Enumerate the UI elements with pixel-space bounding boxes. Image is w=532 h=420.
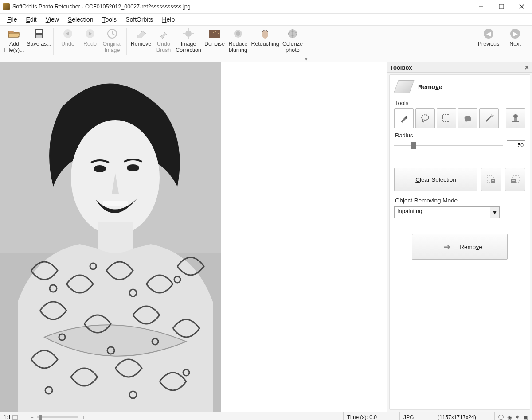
status-format: JPG xyxy=(400,412,434,420)
zoom-controls: − + xyxy=(25,412,90,420)
svg-point-51 xyxy=(422,115,429,120)
radius-value-input[interactable] xyxy=(507,140,525,150)
svg-rect-39 xyxy=(103,201,128,206)
svg-rect-36 xyxy=(98,222,133,253)
folder-open-icon xyxy=(8,27,20,40)
youtube-icon[interactable]: ▣ xyxy=(523,414,528,420)
toolbar: Add File(s)... Save as... Undo Redo Orig… xyxy=(0,26,532,62)
mode-label: Object Removing Mode xyxy=(395,197,525,204)
previous-button[interactable]: ◀ Previous xyxy=(477,27,500,48)
svg-rect-7 xyxy=(36,30,42,33)
canvas-area[interactable] xyxy=(0,62,387,412)
marquee-icon xyxy=(442,114,451,123)
save-as-button[interactable]: Save as... xyxy=(27,27,51,48)
toolbar-overflow[interactable]: ▾ xyxy=(305,56,311,62)
load-selection-button[interactable] xyxy=(505,168,525,191)
menu-softorbits[interactable]: SoftOrbits xyxy=(122,15,156,24)
svg-rect-1 xyxy=(499,4,504,9)
original-image-button[interactable]: Original Image xyxy=(100,27,125,54)
face-icon xyxy=(259,27,271,40)
status-dimensions: (1157x1717x24) xyxy=(434,412,495,420)
svg-line-56 xyxy=(492,116,493,117)
menu-view[interactable]: View xyxy=(42,15,63,24)
run-remove-button[interactable]: ➔ Remove xyxy=(412,234,508,260)
load-selection-icon xyxy=(510,175,520,184)
minimize-button[interactable] xyxy=(471,0,491,13)
arrow-right-icon: ➔ xyxy=(443,241,451,252)
svg-line-13 xyxy=(112,34,114,35)
svg-rect-26 xyxy=(215,35,215,36)
twitter-icon[interactable]: ✶ xyxy=(515,414,520,420)
undo-button[interactable]: Undo xyxy=(55,27,80,48)
toolbox-section-header: Remove xyxy=(394,78,525,98)
arrow-left-icon: ◀ xyxy=(484,29,493,39)
colorize-button[interactable]: Colorize photo xyxy=(280,27,305,54)
add-files-button[interactable]: Add File(s)... xyxy=(2,27,27,54)
history-icon xyxy=(106,27,118,40)
info-icon[interactable]: ⓘ xyxy=(498,414,504,420)
fit-icon xyxy=(12,415,18,420)
menu-tools[interactable]: Tools xyxy=(98,15,120,24)
svg-marker-14 xyxy=(138,31,146,38)
redo-button[interactable]: Redo xyxy=(80,27,100,48)
svg-rect-23 xyxy=(215,31,216,32)
main-area: Toolbox ✕ Remove Tools xyxy=(0,62,532,412)
zoom-slider[interactable] xyxy=(37,416,78,418)
sparkle-icon xyxy=(182,27,195,40)
save-selection-button[interactable] xyxy=(481,168,501,191)
clear-selection-button[interactable]: Clear Selection xyxy=(394,168,477,191)
redo-label: Redo xyxy=(83,41,97,47)
globe-icon xyxy=(286,27,299,40)
remove-label: Remove xyxy=(131,41,152,47)
svg-rect-24 xyxy=(218,33,219,34)
reduce-blurring-button[interactable]: Reduce blurring xyxy=(226,27,250,54)
menu-file[interactable]: File xyxy=(4,15,21,24)
denoise-button[interactable]: Denoise xyxy=(203,27,226,48)
save-icon xyxy=(33,27,45,40)
status-time: Time (s): 0.0 xyxy=(344,412,400,420)
marquee-tool[interactable] xyxy=(437,108,456,128)
facebook-icon[interactable]: ◉ xyxy=(507,414,512,420)
zoom-in-button[interactable]: + xyxy=(80,414,86,420)
image-correction-button[interactable]: Image Correction xyxy=(174,27,203,54)
add-files-label: Add File(s)... xyxy=(2,41,27,54)
svg-rect-8 xyxy=(36,35,42,38)
titlebar: SoftOrbits Photo Retoucher - CCF01052012… xyxy=(0,0,532,14)
lasso-icon xyxy=(420,113,430,123)
svg-point-38 xyxy=(127,164,139,171)
menu-edit[interactable]: Edit xyxy=(23,15,40,24)
save-as-label: Save as... xyxy=(27,41,51,47)
svg-rect-57 xyxy=(512,121,519,122)
retouching-label: Retouching xyxy=(251,41,279,47)
svg-rect-52 xyxy=(443,115,450,122)
zoom-actual-button[interactable]: 1:1 xyxy=(0,412,25,420)
next-button[interactable]: ▶ Next xyxy=(504,27,527,48)
radius-slider[interactable] xyxy=(394,141,503,150)
tool-buttons-row xyxy=(394,108,525,128)
toolbox-close-button[interactable]: ✕ xyxy=(524,64,529,71)
blob-tool[interactable] xyxy=(458,108,477,128)
svg-point-37 xyxy=(94,165,106,172)
undo-brush-label: Undo Brush xyxy=(153,41,174,54)
menu-help[interactable]: Help xyxy=(158,15,178,24)
wand-tool[interactable] xyxy=(479,108,499,128)
undo-brush-button[interactable]: Undo Brush xyxy=(153,27,174,54)
undo-label: Undo xyxy=(61,41,74,47)
window-title: SoftOrbits Photo Retoucher - CCF01052012… xyxy=(12,4,191,10)
close-button[interactable] xyxy=(512,0,532,13)
undo-icon xyxy=(62,27,74,40)
status-social: ⓘ ◉ ✶ ▣ xyxy=(495,412,532,420)
mode-select[interactable]: Inpainting ▼ xyxy=(394,206,500,218)
stamp-tool[interactable] xyxy=(506,108,525,128)
stamp-icon xyxy=(511,113,520,123)
arrow-right-icon: ▶ xyxy=(510,29,520,39)
zoom-out-button[interactable]: − xyxy=(29,414,35,420)
retouching-button[interactable]: Retouching xyxy=(250,27,280,48)
svg-rect-22 xyxy=(213,32,214,33)
pencil-tool[interactable] xyxy=(394,108,414,128)
menu-selection[interactable]: Selection xyxy=(64,15,97,24)
maximize-button[interactable] xyxy=(491,0,512,13)
remove-button[interactable]: Remove xyxy=(129,27,153,48)
lasso-tool[interactable] xyxy=(415,108,435,128)
save-selection-icon xyxy=(486,175,496,184)
